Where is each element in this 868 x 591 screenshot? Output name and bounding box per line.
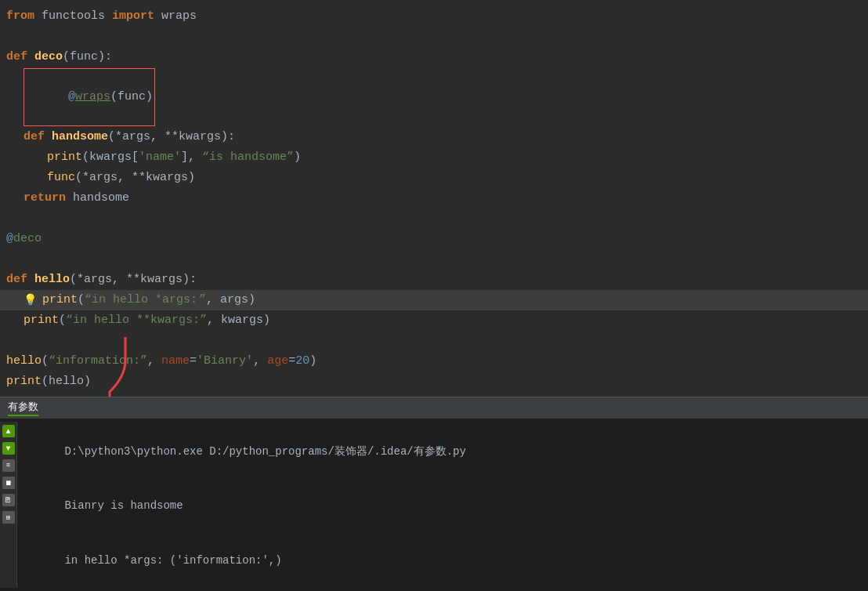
terminal-line-2: Bianry is handsome [25,479,860,533]
terminal-tab-label[interactable]: 有参数 [8,400,38,416]
code-line-1: from functools import wraps [0,6,868,27]
code-line-14: print ( “in hello **kwargs:” , kwargs) [0,310,868,331]
code-line-7: func ( *args, **kwargs ) [0,168,868,188]
code-line-13: 💡 print ( “in hello *args: ” , args) [0,290,868,310]
terminal-icon-6[interactable]: ⊞ [2,511,15,524]
code-line-2 [0,27,868,47]
code-line-17: print (hello) [0,372,868,392]
terminal-body: ▲ ▼ ≡ ⏹ 🖹 ⊞ D:\python3\python.exe D:/pyt… [0,419,868,591]
terminal-icon-3[interactable]: ≡ [2,459,15,472]
wraps-link: wraps [75,90,110,103]
terminal-content: D:\python3\python.exe D:/python_programs… [17,422,868,588]
code-line-4: @wraps(func) [0,67,868,127]
code-line-9 [0,208,868,229]
code-line-5: def handsome ( *args, **kwargs ): [0,127,868,147]
function-name-deco: deco [34,48,63,67]
terminal-line-1: D:\python3\python.exe D:/python_programs… [25,425,860,479]
terminal-icon-5[interactable]: 🖹 [2,494,15,506]
code-line-12: def hello ( *args, **kwargs ): [0,270,868,290]
keyword-import: import [112,7,154,26]
keyword-def: def [6,48,27,67]
terminal-line-3: in hello *args: ('information:',) [25,534,860,588]
keyword-from: from [6,7,34,26]
code-line-15 [0,331,868,351]
code-line-6: print (kwargs[ 'name' ], “is handsome” ) [0,147,868,168]
terminal-sidebar: ▲ ▼ ≡ ⏹ 🖹 ⊞ [0,422,17,588]
code-line-3: def deco ( func ): [0,47,868,67]
code-line-11 [0,249,868,270]
bulb-icon: 💡 [24,292,39,309]
code-line-16: hello ( “information:” , name = 'Bianry'… [0,351,868,372]
terminal-bar: 有参数 [0,397,868,419]
code-editor: from functools import wraps def deco ( f… [0,0,868,397]
terminal-icon-4[interactable]: ⏹ [2,477,15,489]
terminal-icon-2[interactable]: ▼ [2,442,15,455]
terminal-icon-1[interactable]: ▲ [2,425,15,437]
wraps-decorator-box: @wraps(func) [24,68,155,126]
code-line-10: @deco [0,229,868,249]
code-line-8: return handsome [0,188,868,208]
